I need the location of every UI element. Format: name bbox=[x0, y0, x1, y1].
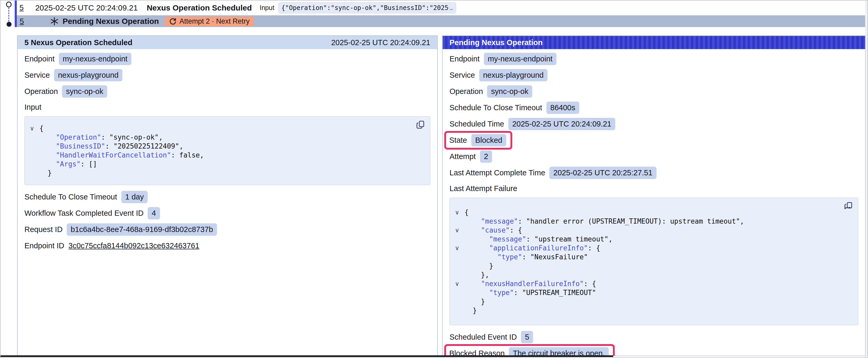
json-line-text: "cause": { bbox=[464, 226, 522, 235]
retry-badge-label: Attempt 2 · Next Retry bbox=[180, 17, 250, 26]
event-detail-header: 5 Nexus Operation Scheduled 2025-02-25 U… bbox=[18, 36, 437, 49]
json-line: }, bbox=[450, 270, 853, 279]
collapse-chevron-icon[interactable]: ∨ bbox=[450, 208, 464, 217]
field-row: Endpoint ID3c0c75ccfa8144b092c13ce632463… bbox=[18, 237, 437, 254]
field-row: Workflow Task Completed Event ID4 bbox=[18, 205, 437, 221]
event-timestamp: 2025-02-25 UTC 20:24:09.21 bbox=[35, 3, 138, 12]
json-line-gutter bbox=[450, 235, 464, 243]
field-label: Operation bbox=[25, 87, 58, 96]
json-line-text: "Operation": "sync-op-ok", bbox=[39, 133, 163, 142]
json-line-text: "HandlerWaitForCancellation": false, bbox=[39, 151, 204, 160]
json-line: } bbox=[25, 168, 425, 177]
json-line-text: "applicationFailureInfo": { bbox=[464, 243, 600, 253]
pending-operation-header-title: Pending Nexus Operation bbox=[450, 38, 543, 47]
json-line-text: }, bbox=[464, 270, 489, 279]
event-title: Nexus Operation Scheduled bbox=[147, 3, 252, 12]
json-line-gutter bbox=[450, 288, 464, 297]
field-row: Last Attempt Complete Time2025-02-25 UTC… bbox=[443, 165, 865, 181]
pending-operation-header: Pending Nexus Operation bbox=[443, 36, 865, 49]
field-label: Schedule To Close Timeout bbox=[25, 193, 117, 201]
field-value-chip: 2 bbox=[480, 151, 492, 163]
input-preview-text: {"Operation":"sync-op-ok","BusinessID":"… bbox=[281, 4, 449, 11]
field-row: Schedule To Close Timeout86400s bbox=[443, 99, 865, 116]
pending-asterisk-icon bbox=[50, 17, 59, 26]
field-row: Endpointmy-nexus-endpoint bbox=[18, 51, 437, 67]
json-line-gutter bbox=[450, 261, 464, 270]
json-line-text: } bbox=[39, 168, 52, 177]
field-value-chip: Blocked bbox=[471, 134, 506, 147]
collapse-chevron-icon[interactable]: ∨ bbox=[450, 226, 464, 235]
copy-icon bbox=[416, 120, 425, 129]
json-line: "Args": [] bbox=[25, 160, 425, 168]
pending-operation-panel: Pending Nexus Operation Endpointmy-nexus… bbox=[442, 35, 866, 356]
json-line-gutter bbox=[25, 168, 39, 177]
field-value-chip: my-nexus-endpoint bbox=[59, 53, 132, 65]
collapse-chevron-icon[interactable]: ∨ bbox=[450, 279, 464, 288]
field-row: Servicenexus-playground bbox=[18, 67, 437, 83]
json-line-text: "message": "upstream timeout", bbox=[464, 235, 613, 243]
json-line-gutter bbox=[450, 253, 464, 261]
json-line: "Operation": "sync-op-ok", bbox=[25, 133, 425, 142]
field-value-chip: b1c6a4bc-8ee7-468a-9169-df3b02c8737b bbox=[67, 223, 217, 236]
copy-button[interactable] bbox=[416, 120, 426, 130]
json-line-gutter bbox=[450, 270, 464, 279]
collapse-chevron-icon[interactable]: ∨ bbox=[25, 124, 39, 133]
json-line-gutter bbox=[450, 297, 464, 306]
json-line: ∨ "cause": { bbox=[450, 226, 853, 235]
input-block-label: Input bbox=[18, 99, 437, 115]
json-line-text: "Args": [] bbox=[39, 160, 97, 168]
event-detail-panel: 5 Nexus Operation Scheduled 2025-02-25 U… bbox=[17, 35, 438, 356]
failure-json-viewer: ∨{ "message": "handler error (UPSTREAM_T… bbox=[450, 198, 858, 325]
field-value-chip: nexus-playground bbox=[479, 69, 548, 82]
field-value-chip: 4 bbox=[148, 207, 160, 220]
json-line-gutter bbox=[450, 217, 464, 226]
field-label: Endpoint ID bbox=[25, 241, 64, 250]
retry-icon bbox=[169, 17, 177, 25]
field-value-link[interactable]: 3c0c75ccfa8144b092c13ce632463761 bbox=[68, 241, 199, 250]
field-row: Operationsync-op-ok bbox=[18, 83, 437, 99]
failure-block-label: Last Attempt Failure bbox=[443, 181, 865, 196]
json-line: ∨{ bbox=[450, 208, 853, 217]
field-row: Blocked ReasonThe circuit breaker is ope… bbox=[443, 345, 865, 356]
field-row: StateBlocked bbox=[443, 132, 865, 148]
json-line: "BusinessID": "20250225122409", bbox=[25, 142, 425, 151]
timeline-accent-bar bbox=[15, 1, 17, 27]
field-label: Request ID bbox=[25, 225, 63, 234]
input-preview-label: Input bbox=[260, 4, 275, 11]
timeline-filled-dot-icon bbox=[6, 22, 11, 27]
field-label: Schedule To Close Timeout bbox=[450, 103, 542, 112]
field-row: Scheduled Event ID5 bbox=[443, 329, 865, 345]
pending-event-id-link[interactable]: 5 bbox=[20, 17, 24, 26]
field-row: Attempt2 bbox=[443, 148, 865, 165]
json-line-gutter bbox=[25, 142, 39, 151]
json-line: "type": "UPSTREAM_TIMEOUT" bbox=[450, 288, 853, 297]
event-detail-header-title: 5 Nexus Operation Scheduled bbox=[25, 38, 132, 47]
json-line: } bbox=[450, 297, 853, 306]
copy-icon bbox=[844, 202, 853, 210]
event-id-link[interactable]: 5 bbox=[20, 3, 24, 12]
scrollbar-track[interactable] bbox=[865, 1, 867, 357]
field-label: Endpoint bbox=[25, 55, 55, 63]
json-line: "HandlerWaitForCancellation": false, bbox=[25, 151, 425, 160]
copy-button[interactable] bbox=[844, 201, 854, 211]
field-row: Request IDb1c6a4bc-8ee7-468a-9169-df3b02… bbox=[18, 221, 437, 237]
field-label: Attempt bbox=[450, 152, 476, 161]
event-row-nexus-operation-scheduled[interactable]: 5 2025-02-25 UTC 20:24:09.21 Nexus Opera… bbox=[17, 1, 865, 15]
json-line-text: "message": "handler error (UPSTREAM_TIME… bbox=[464, 217, 744, 226]
field-row: Schedule To Close Timeout1 day bbox=[18, 189, 437, 205]
collapse-chevron-icon[interactable]: ∨ bbox=[450, 243, 464, 253]
field-value-chip: 2025-02-25 UTC 20:24:09.21 bbox=[508, 118, 615, 130]
json-line-gutter bbox=[25, 151, 39, 160]
ellipsis-icon: … bbox=[450, 4, 453, 11]
json-line-text: } bbox=[464, 306, 477, 315]
field-value-chip: 5 bbox=[521, 331, 533, 343]
json-line-text: } bbox=[464, 261, 493, 270]
pending-nexus-operation-row[interactable]: 5 Pending Nexus Operation Attempt 2 · Ne… bbox=[17, 15, 865, 27]
annotation-highlight-box: StateBlocked bbox=[444, 131, 512, 150]
field-value-chip: my-nexus-endpoint bbox=[484, 53, 557, 65]
field-label: Service bbox=[450, 71, 475, 79]
field-value-chip: 86400s bbox=[547, 102, 579, 114]
field-row: Scheduled Time2025-02-25 UTC 20:24:09.21 bbox=[443, 116, 865, 132]
pending-row-title: Pending Nexus Operation bbox=[63, 17, 159, 26]
json-line: ∨ "nexusHandlerFailureInfo": { bbox=[450, 279, 853, 288]
